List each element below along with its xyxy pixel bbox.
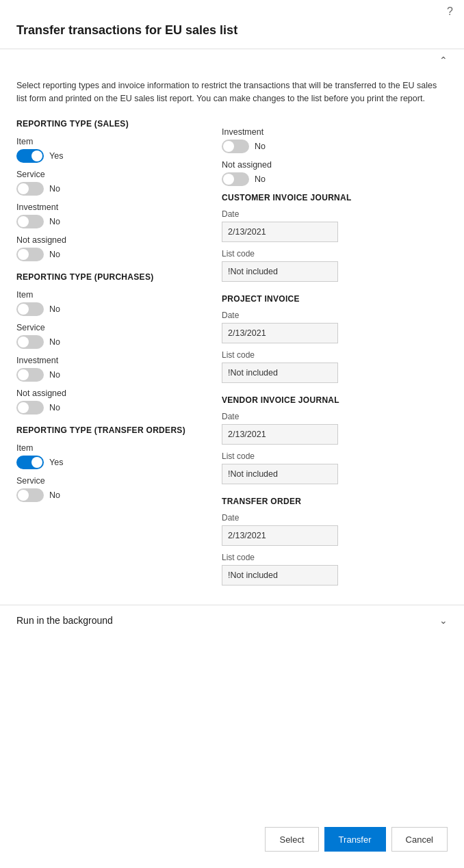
help-icon[interactable]: ? <box>447 5 453 18</box>
transfer-order-listcode-input[interactable] <box>222 565 338 586</box>
transfer-order-listcode-group: List code <box>222 553 448 586</box>
vendor-invoice-title: VENDOR INVOICE JOURNAL <box>222 395 448 405</box>
purchases-investment-label: Investment <box>16 356 201 365</box>
customer-invoice-date-input[interactable] <box>222 222 338 242</box>
right-sales-notassigned-label: Not assigned <box>222 160 448 170</box>
transfer-service-toggle[interactable] <box>16 488 44 502</box>
transfer-service-toggle-group: Service No <box>16 476 201 502</box>
right-sales-notassigned-status: No <box>255 174 266 184</box>
purchases-service-status: No <box>49 337 60 347</box>
purchases-item-status: No <box>49 304 60 314</box>
transfer-order-date-group: Date <box>222 513 448 546</box>
purchases-investment-toggle[interactable] <box>16 368 44 382</box>
transfer-order-listcode-label: List code <box>222 553 448 562</box>
transfer-item-toggle[interactable] <box>16 456 44 469</box>
transfer-order-title: TRANSFER ORDER <box>222 497 448 506</box>
purchases-notassigned-toggle[interactable] <box>16 401 44 415</box>
reporting-purchases-title: REPORTING TYPE (PURCHASES) <box>16 272 201 282</box>
purchases-investment-status: No <box>49 370 60 380</box>
cancel-button[interactable]: Cancel <box>391 827 448 852</box>
purchases-service-toggle-group: Service No <box>16 323 201 349</box>
purchases-service-toggle[interactable] <box>16 335 44 349</box>
right-sales-notassigned-toggle-group: Not assigned No <box>222 160 448 186</box>
purchases-investment-toggle-group: Investment No <box>16 356 201 382</box>
customer-invoice-title: CUSTOMER INVOICE JOURNAL <box>222 193 448 202</box>
collapse-chevron-icon[interactable]: ⌃ <box>439 55 448 66</box>
right-sales-investment-toggle-group: Investment No <box>222 127 448 153</box>
project-invoice-listcode-input[interactable] <box>222 363 338 383</box>
transfer-button[interactable]: Transfer <box>324 827 386 852</box>
customer-invoice-listcode-group: List code <box>222 249 448 282</box>
transfer-order-date-label: Date <box>222 513 448 523</box>
vendor-invoice-date-group: Date <box>222 412 448 445</box>
transfer-order-section: TRANSFER ORDER Date List code <box>222 497 448 586</box>
run-in-background-section: Run in the background ⌄ <box>0 605 464 635</box>
purchases-notassigned-label: Not assigned <box>16 389 201 398</box>
vendor-invoice-date-label: Date <box>222 412 448 421</box>
vendor-invoice-listcode-input[interactable] <box>222 464 338 484</box>
run-background-expand-icon[interactable]: ⌄ <box>439 615 448 626</box>
project-invoice-listcode-group: List code <box>222 350 448 383</box>
sales-service-label: Service <box>16 170 201 179</box>
run-in-background-title: Run in the background <box>16 615 113 626</box>
sales-item-toggle-group: Item Yes <box>16 137 201 163</box>
project-invoice-listcode-label: List code <box>222 350 448 360</box>
project-invoice-section: PROJECT INVOICE Date List code <box>222 294 448 383</box>
purchases-item-toggle[interactable] <box>16 302 44 316</box>
sales-item-status: Yes <box>49 151 63 161</box>
right-sales-notassigned-toggle[interactable] <box>222 172 249 186</box>
vendor-invoice-listcode-label: List code <box>222 451 448 461</box>
vendor-invoice-listcode-group: List code <box>222 451 448 484</box>
customer-invoice-section: CUSTOMER INVOICE JOURNAL Date List code <box>222 193 448 282</box>
customer-invoice-date-group: Date <box>222 209 448 242</box>
sales-notassigned-toggle-group: Not assigned No <box>16 235 201 261</box>
customer-invoice-listcode-input[interactable] <box>222 261 338 282</box>
sales-item-toggle[interactable] <box>16 149 44 163</box>
transfer-item-label: Item <box>16 443 201 453</box>
sales-service-toggle-group: Service No <box>16 170 201 196</box>
vendor-invoice-section: VENDOR INVOICE JOURNAL Date List code <box>222 395 448 484</box>
project-invoice-date-label: Date <box>222 311 448 320</box>
transfer-item-toggle-group: Item Yes <box>16 443 201 469</box>
transfer-service-label: Service <box>16 476 201 486</box>
vendor-invoice-date-input[interactable] <box>222 424 338 445</box>
purchases-notassigned-toggle-group: Not assigned No <box>16 389 201 415</box>
customer-invoice-date-label: Date <box>222 209 448 219</box>
sales-investment-status: No <box>49 217 60 226</box>
sales-investment-label: Investment <box>16 202 201 212</box>
bottom-spacer <box>0 635 464 718</box>
sales-notassigned-toggle[interactable] <box>16 248 44 261</box>
right-sales-investment-toggle[interactable] <box>222 140 249 153</box>
footer-buttons: Select Transfer Cancel <box>265 827 448 852</box>
transfer-order-date-input[interactable] <box>222 525 338 546</box>
select-button[interactable]: Select <box>265 827 318 852</box>
page-title: Transfer transactions for EU sales list <box>0 18 464 49</box>
sales-service-toggle[interactable] <box>16 182 44 196</box>
reporting-transfer-orders-title: REPORTING TYPE (TRANSFER ORDERS) <box>16 425 201 435</box>
project-invoice-date-input[interactable] <box>222 323 338 343</box>
reporting-sales-title: REPORTING TYPE (SALES) <box>16 119 201 129</box>
sales-item-label: Item <box>16 137 201 146</box>
description-text: Select reporting types and invoice infor… <box>0 71 464 114</box>
sales-service-status: No <box>49 184 60 194</box>
purchases-item-toggle-group: Item No <box>16 290 201 316</box>
right-sales-investment-label: Investment <box>222 127 448 137</box>
customer-invoice-listcode-label: List code <box>222 249 448 259</box>
purchases-item-label: Item <box>16 290 201 300</box>
project-invoice-date-group: Date <box>222 311 448 343</box>
transfer-service-status: No <box>49 490 60 500</box>
sales-investment-toggle-group: Investment No <box>16 202 201 228</box>
purchases-notassigned-status: No <box>49 403 60 412</box>
right-sales-investment-status: No <box>255 142 266 151</box>
project-invoice-title: PROJECT INVOICE <box>222 294 448 304</box>
transfer-item-status: Yes <box>49 458 63 467</box>
sales-notassigned-status: No <box>49 250 60 259</box>
sales-notassigned-label: Not assigned <box>16 235 201 245</box>
sales-investment-toggle[interactable] <box>16 215 44 228</box>
purchases-service-label: Service <box>16 323 201 332</box>
